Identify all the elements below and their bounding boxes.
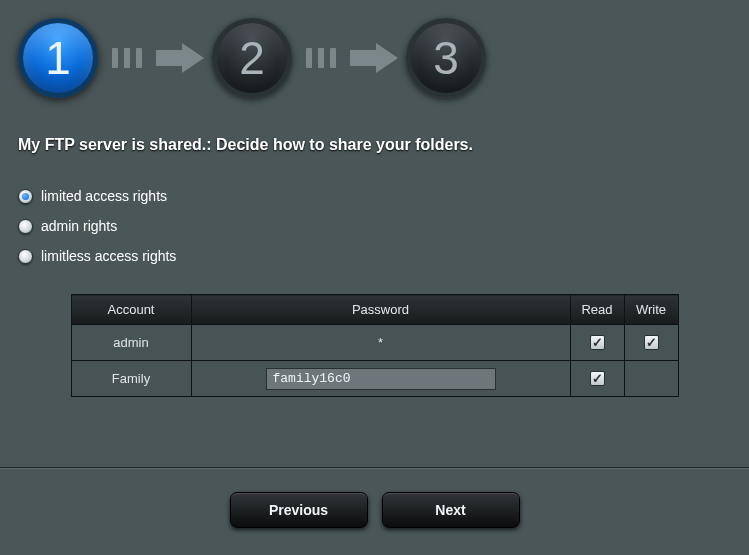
cell-password: * xyxy=(191,325,570,361)
step-3-circle: 3 xyxy=(406,18,486,98)
radio-label: admin rights xyxy=(41,218,117,234)
svg-marker-0 xyxy=(156,43,204,73)
accounts-table: Account Password Read Write admin * Fami… xyxy=(71,294,679,397)
wizard-steps: 1 2 3 xyxy=(18,18,731,98)
checkbox-read-family[interactable] xyxy=(590,371,605,386)
table-row: Family xyxy=(71,361,678,397)
cell-write xyxy=(624,361,678,397)
radio-label: limited access rights xyxy=(41,188,167,204)
cell-password xyxy=(191,361,570,397)
radio-icon xyxy=(18,189,33,204)
cell-write xyxy=(624,325,678,361)
checkbox-read-admin[interactable] xyxy=(590,335,605,350)
radio-admin-rights[interactable]: admin rights xyxy=(18,218,731,234)
access-rights-radio-group: limited access rights admin rights limit… xyxy=(18,188,731,264)
cell-account: Family xyxy=(71,361,191,397)
header-write: Write xyxy=(624,295,678,325)
cell-read xyxy=(570,325,624,361)
radio-label: limitless access rights xyxy=(41,248,176,264)
cell-account: admin xyxy=(71,325,191,361)
radio-limitless-access[interactable]: limitless access rights xyxy=(18,248,731,264)
step-dots-2 xyxy=(306,48,336,68)
header-read: Read xyxy=(570,295,624,325)
step-1-number: 1 xyxy=(45,31,71,85)
cell-read xyxy=(570,361,624,397)
checkbox-write-admin[interactable] xyxy=(644,335,659,350)
page-title: My FTP server is shared.: Decide how to … xyxy=(18,136,731,154)
next-button[interactable]: Next xyxy=(382,492,520,528)
step-3-number: 3 xyxy=(433,31,459,85)
step-2-number: 2 xyxy=(239,31,265,85)
wizard-button-row: Previous Next xyxy=(0,492,749,528)
header-account: Account xyxy=(71,295,191,325)
svg-marker-1 xyxy=(350,43,398,73)
password-input-family[interactable] xyxy=(266,368,496,390)
radio-limited-access[interactable]: limited access rights xyxy=(18,188,731,204)
step-dots-1 xyxy=(112,48,142,68)
radio-icon xyxy=(18,219,33,234)
previous-button[interactable]: Previous xyxy=(230,492,368,528)
step-2-circle: 2 xyxy=(212,18,292,98)
radio-icon xyxy=(18,249,33,264)
arrow-right-icon xyxy=(350,43,398,73)
header-password: Password xyxy=(191,295,570,325)
divider xyxy=(0,467,749,468)
table-row: admin * xyxy=(71,325,678,361)
step-1-circle: 1 xyxy=(18,18,98,98)
arrow-right-icon xyxy=(156,43,204,73)
